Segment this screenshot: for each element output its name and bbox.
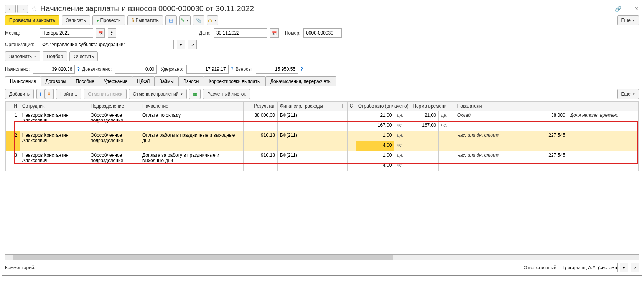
org-field[interactable]: ФА "Управление субъекта федерации"	[40, 40, 174, 49]
clear-button[interactable]: Очистить	[69, 51, 98, 61]
close-icon[interactable]: ✕	[634, 6, 639, 12]
favorite-star-icon[interactable]: ☆	[31, 5, 37, 13]
fill-toolbar: Заполнить▾ Подбор Очистить	[5, 51, 639, 61]
col-worked[interactable]: Отработано (оплачено)	[356, 102, 410, 111]
responsible-open-button[interactable]: ↗	[631, 263, 639, 272]
find-button[interactable]: Найти...	[56, 89, 81, 99]
grid-icon: ▦	[193, 91, 197, 97]
responsible-field[interactable]: Григорьянц А.А. (системн	[560, 263, 618, 272]
comment-input[interactable]	[38, 263, 521, 272]
month-spinner-button[interactable]: ▲▼	[108, 28, 116, 38]
org-open-button[interactable]: ↗	[188, 40, 197, 49]
org-label: Организация:	[5, 42, 36, 47]
accrued-help-icon[interactable]: ?	[77, 66, 80, 72]
tab-contributions[interactable]: Взносы	[178, 76, 204, 86]
contrib-label: Взносы:	[236, 66, 253, 72]
col-indicators[interactable]: Показатели	[455, 102, 638, 111]
post-button[interactable]: ▸Провести	[92, 15, 125, 25]
col-result[interactable]: Результат	[244, 102, 277, 111]
withheld-help-icon[interactable]: ?	[231, 66, 234, 72]
move-up-button[interactable]: ⬆	[36, 89, 45, 99]
folder-icon: 🗀	[208, 18, 212, 23]
addl-value: 0,00	[115, 65, 157, 74]
addl-label: Доначислено:	[82, 66, 112, 72]
report-icon: ▤	[169, 18, 173, 23]
tab-recalc[interactable]: Доначисления, перерасчеты	[265, 76, 336, 86]
responsible-label: Ответственный:	[524, 265, 558, 270]
tab-loans[interactable]: Займы	[154, 76, 179, 86]
table-row[interactable]: 2Невзоров Константин АлексеевичОбособлен…	[6, 131, 639, 141]
nav-back-button[interactable]: ←	[5, 5, 16, 13]
report-button[interactable]: ▤	[165, 15, 177, 25]
payslip-button[interactable]: Расчетный листок	[203, 89, 250, 99]
form-row-org: Организация: ФА "Управление субъекта фед…	[5, 40, 639, 49]
contrib-value: 15 950,55	[256, 65, 298, 74]
table-header-row: N Сотрудник Подразделение Начисление Рез…	[6, 102, 639, 111]
more-button[interactable]: Еще▾	[617, 15, 639, 25]
tab-ndfl[interactable]: НДФЛ	[132, 76, 155, 86]
bottom-row: Комментарий: Ответственный: Григорьянц А…	[5, 263, 639, 272]
money-icon: $	[132, 18, 134, 23]
pay-button[interactable]: $Выплатить	[127, 15, 163, 25]
accrued-label: Начислено:	[5, 66, 30, 72]
add-row-button[interactable]: Добавить	[5, 89, 34, 99]
col-n[interactable]: N	[6, 102, 20, 111]
month-field[interactable]: Ноябрь 2022	[40, 28, 93, 38]
horizontal-scrollbar[interactable]	[5, 255, 639, 260]
date-field[interactable]: 30.11.2022	[214, 28, 267, 38]
select-button[interactable]: Подбор	[43, 51, 67, 61]
nav-forward-button[interactable]: →	[17, 5, 28, 13]
tab-accruals[interactable]: Начисления	[5, 76, 41, 86]
tab-contracts[interactable]: Договоры	[41, 76, 71, 86]
window-title: Начисление зарплаты и взносов 0000-00003…	[40, 4, 613, 13]
col-c[interactable]: С	[347, 102, 356, 111]
edit-button[interactable]: ✎▾	[179, 15, 191, 25]
tab-corrections[interactable]: Корректировки выплаты	[204, 76, 265, 86]
comment-label: Комментарий:	[5, 265, 35, 270]
folder-button[interactable]: 🗀▾	[207, 15, 218, 25]
number-field[interactable]: 0000-000030	[303, 28, 342, 38]
table-row[interactable]: 3Невзоров Константин АлексеевичОбособлен…	[6, 151, 639, 161]
save-button[interactable]: Записать	[62, 15, 90, 25]
accrued-value: 39 820,36	[33, 65, 75, 74]
cancel-corrections-button[interactable]: Отмена исправлений▾	[129, 89, 187, 99]
withheld-label: Удержано:	[161, 66, 183, 72]
totals-row: Начислено: 39 820,36 ? Доначислено: 0,00…	[5, 65, 639, 74]
table-toolbar: Добавить ⬆ ⬇ Найти... Отменить поиск Отм…	[5, 89, 639, 99]
tab-benefits[interactable]: Пособия	[71, 76, 99, 86]
table-more-button[interactable]: Еще▾	[617, 89, 639, 99]
col-norm[interactable]: Норма времени	[410, 102, 455, 111]
responsible-dropdown-button[interactable]: ▾	[620, 263, 628, 272]
link-icon[interactable]: 🔗	[615, 6, 621, 12]
post-and-close-button[interactable]: Провести и закрыть	[5, 15, 59, 25]
pencil-icon: ✎	[181, 18, 184, 23]
attach-button[interactable]: 📎	[193, 15, 204, 25]
col-finance[interactable]: Финансир., расходы	[277, 102, 339, 111]
details-button[interactable]: ▦	[189, 89, 201, 99]
date-calendar-button[interactable]: 📅	[270, 28, 279, 38]
col-t[interactable]: Т	[339, 102, 347, 111]
tab-deductions[interactable]: Удержания	[99, 76, 133, 86]
month-label: Месяц:	[5, 30, 36, 36]
col-department[interactable]: Подразделение	[88, 102, 140, 111]
fill-button[interactable]: Заполнить▾	[5, 51, 40, 61]
month-calendar-button[interactable]: 📅	[96, 28, 105, 38]
col-employee[interactable]: Сотрудник	[20, 102, 88, 111]
cancel-find-button[interactable]: Отменить поиск	[84, 89, 126, 99]
paperclip-icon: 📎	[196, 18, 201, 23]
number-label: Номер:	[285, 30, 300, 36]
withheld-value: 17 919,17	[186, 65, 229, 74]
move-down-button[interactable]: ⬇	[45, 89, 53, 99]
org-dropdown-button[interactable]: ▾	[177, 40, 185, 49]
main-toolbar: Провести и закрыть Записать ▸Провести $В…	[5, 15, 639, 25]
table-row[interactable]: 1Невзоров Константин АлексеевичОбособлен…	[6, 111, 639, 121]
post-icon: ▸	[97, 18, 99, 23]
col-accrual[interactable]: Начисление	[140, 102, 244, 111]
accruals-table[interactable]: N Сотрудник Подразделение Начисление Рез…	[5, 101, 639, 255]
contrib-help-icon[interactable]: ?	[300, 66, 303, 72]
more-menu-icon[interactable]: ⋮	[625, 6, 631, 12]
date-label: Дата:	[199, 30, 211, 36]
tabs: Начисления Договоры Пособия Удержания НД…	[5, 76, 639, 86]
form-row-period: Месяц: Ноябрь 2022 📅 ▲▼ Дата: 30.11.2022…	[5, 28, 639, 38]
titlebar: ← → ☆ Начисление зарплаты и взносов 0000…	[5, 4, 639, 13]
